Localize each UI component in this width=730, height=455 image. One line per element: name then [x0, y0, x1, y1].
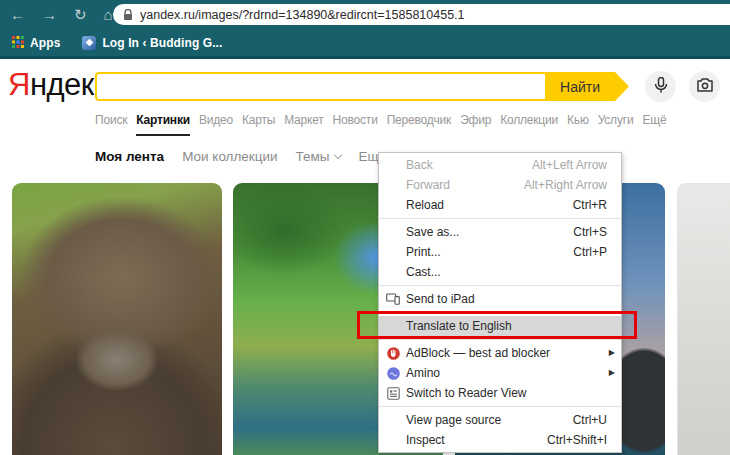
menu-item-back: BackAlt+Left Arrow	[379, 155, 621, 175]
menu-item-print[interactable]: Print...Ctrl+P	[379, 242, 621, 262]
tab-услуги[interactable]: Услуги	[598, 113, 634, 136]
amino-icon	[386, 366, 400, 380]
menu-item-label: Send to iPad	[406, 289, 607, 309]
back-icon[interactable]: ←	[10, 7, 25, 22]
logo-letter: Я	[8, 67, 30, 102]
menu-item-shortcut: Ctrl+U	[573, 410, 607, 430]
context-menu: BackAlt+Left ArrowForwardAlt+Right Arrow…	[378, 152, 622, 453]
service-tabs: ПоискКартинкиВидеоКартыМаркетНовостиПере…	[95, 113, 725, 136]
menu-separator	[379, 406, 621, 407]
tab-переводчик[interactable]: Переводчик	[387, 113, 452, 136]
menu-item-shortcut: Ctrl+P	[573, 242, 607, 262]
url-text: yandex.ru/images/?rdrnd=134890&redircnt=…	[140, 8, 465, 22]
menu-separator	[379, 285, 621, 286]
submenu-arrow-icon: ▶	[609, 363, 615, 383]
tab-карты[interactable]: Карты	[242, 113, 275, 136]
menu-item-label: AdBlock — best ad blocker	[406, 343, 607, 363]
menu-separator	[379, 339, 621, 340]
subnav-мои-коллекции[interactable]: Мои коллекции	[182, 149, 277, 164]
menu-item-switch-to-reader-view[interactable]: Switch to Reader View	[379, 383, 621, 403]
menu-item-shortcut: Ctrl+R	[573, 195, 607, 215]
image-card-winter-snow[interactable]	[677, 183, 730, 455]
subnav-темы[interactable]: Темы	[296, 149, 341, 164]
tab-новости[interactable]: Новости	[333, 113, 378, 136]
tab-эфир[interactable]: Эфир	[460, 113, 491, 136]
menu-item-shortcut: Ctrl+Shift+I	[547, 430, 607, 450]
subnav-моя-лента[interactable]: Моя лента	[95, 149, 164, 164]
menu-separator	[379, 218, 621, 219]
menu-item-label: View page source	[406, 410, 561, 430]
menu-item-label: Inspect	[406, 430, 535, 450]
send-to-device-icon	[386, 292, 400, 306]
voice-search-button[interactable]	[645, 71, 676, 102]
image-card-bear-with-cub[interactable]	[12, 183, 222, 455]
tab-видео[interactable]: Видео	[199, 113, 233, 136]
menu-item-label: Amino	[406, 363, 607, 383]
images-subnav: Моя лентаМои коллекцииТемыЕщё	[95, 149, 397, 164]
menu-item-adblock-best-ad-blocker[interactable]: AdBlock — best ad blocker▶	[379, 343, 621, 363]
bookmark-label: Apps	[30, 36, 60, 50]
menu-item-label: Back	[406, 155, 520, 175]
menu-item-cast[interactable]: Cast...	[379, 262, 621, 282]
reader-view-icon	[386, 386, 400, 400]
menu-item-save-as[interactable]: Save as...Ctrl+S	[379, 222, 621, 242]
bookmark-label: Log In ‹ Budding G...	[102, 36, 222, 50]
menu-item-reload[interactable]: ReloadCtrl+R	[379, 195, 621, 215]
menu-item-view-page-source[interactable]: View page sourceCtrl+U	[379, 410, 621, 430]
adblock-icon	[386, 346, 400, 360]
browser-toolbar: ← → ↻ ⌂ yandex.ru/images/?rdrnd=134890&r…	[0, 0, 730, 29]
home-icon[interactable]: ⌂	[104, 7, 113, 22]
bookmark-apps[interactable]: Apps	[12, 34, 60, 52]
forward-icon[interactable]: →	[42, 7, 57, 22]
camera-icon	[697, 78, 713, 96]
bookmark-login-budding[interactable]: Log In ‹ Budding G...	[82, 36, 222, 50]
address-bar[interactable]: yandex.ru/images/?rdrnd=134890&redircnt=…	[113, 4, 730, 25]
chevron-down-icon	[333, 151, 341, 159]
menu-item-label: Reload	[406, 195, 561, 215]
menu-item-label: Translate to English	[406, 316, 607, 336]
menu-item-shortcut: Alt+Right Arrow	[524, 175, 607, 195]
tab-маркет[interactable]: Маркет	[284, 113, 323, 136]
menu-item-amino[interactable]: Amino▶	[379, 363, 621, 383]
site-favicon	[82, 36, 96, 50]
menu-item-send-to-ipad[interactable]: Send to iPad	[379, 289, 621, 309]
reload-icon[interactable]: ↻	[74, 7, 87, 22]
menu-item-label: Switch to Reader View	[406, 383, 607, 403]
tab-ещё[interactable]: Ещё	[642, 113, 666, 136]
submenu-arrow-icon: ▶	[609, 343, 615, 363]
apps-grid-icon	[12, 34, 24, 52]
menu-item-shortcut: Ctrl+S	[573, 222, 607, 242]
tab-поиск[interactable]: Поиск	[95, 113, 127, 136]
search-button[interactable]: Найти	[547, 72, 629, 101]
menu-item-label: Print...	[406, 242, 561, 262]
microphone-icon	[654, 77, 668, 97]
lock-icon	[123, 9, 133, 21]
menu-item-inspect[interactable]: InspectCtrl+Shift+I	[379, 430, 621, 450]
tab-картинки[interactable]: Картинки	[136, 113, 190, 136]
tab-кью[interactable]: Кью	[567, 113, 589, 136]
menu-item-label: Save as...	[406, 222, 561, 242]
menu-item-translate-to-english[interactable]: Translate to English	[379, 316, 621, 336]
browser-window: ← → ↻ ⌂ yandex.ru/images/?rdrnd=134890&r…	[0, 0, 730, 455]
search-input[interactable]	[95, 72, 547, 101]
menu-item-forward: ForwardAlt+Right Arrow	[379, 175, 621, 195]
menu-separator	[379, 312, 621, 313]
menu-item-shortcut: Alt+Left Arrow	[532, 155, 607, 175]
bookmarks-bar: Apps Log In ‹ Budding G...	[0, 29, 730, 59]
yandex-images-page: Яндекс Найти ПоискКартинкиВидеоКартыМарк…	[0, 59, 730, 455]
browser-chrome: ← → ↻ ⌂ yandex.ru/images/?rdrnd=134890&r…	[0, 0, 730, 59]
image-search-button[interactable]	[689, 71, 720, 102]
tab-коллекции[interactable]: Коллекции	[500, 113, 558, 136]
menu-item-label: Cast...	[406, 262, 607, 282]
menu-item-label: Forward	[406, 175, 512, 195]
